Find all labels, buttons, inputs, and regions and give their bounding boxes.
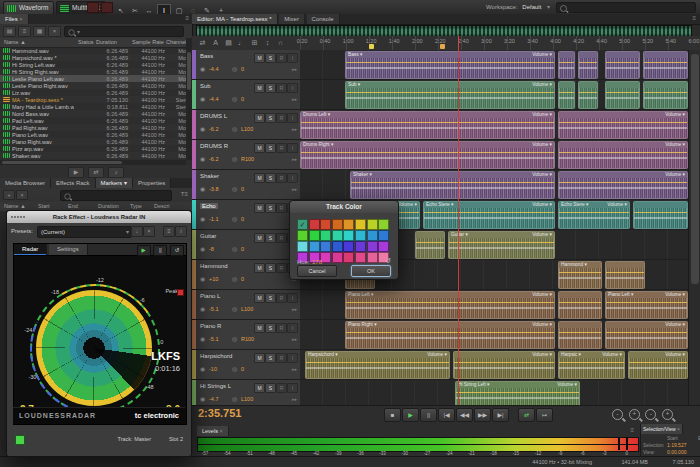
import-file-icon[interactable]: ▤ [3, 26, 16, 37]
arm-button[interactable]: R [276, 143, 287, 153]
tab-settings[interactable]: Settings [49, 244, 88, 255]
workspace-caret-icon[interactable]: ▾ [547, 4, 550, 10]
arm-button[interactable]: R [276, 353, 287, 363]
arm-button[interactable]: R [276, 173, 287, 183]
color-swatch[interactable] [309, 230, 320, 241]
snap-icon[interactable]: ⊞ [248, 37, 261, 48]
pan-value[interactable]: 0 [241, 66, 244, 72]
color-swatch[interactable] [320, 241, 331, 252]
volume-knob[interactable]: ◉ [200, 305, 205, 312]
audio-clip[interactable] [643, 51, 688, 79]
new-file-icon[interactable]: ≡ [18, 26, 31, 37]
volume-knob[interactable]: ◉ [200, 395, 205, 402]
pan-value[interactable]: R100 [241, 336, 254, 342]
delete-marker-icon[interactable]: × [16, 190, 28, 200]
track-name[interactable]: DRUMS R [200, 143, 228, 149]
track-lane[interactable]: Shaker ▾Volume ▾Volume ▾ [300, 170, 688, 200]
track-name[interactable]: Piano L [200, 293, 220, 299]
grid-icon[interactable]: ▤ [222, 37, 235, 48]
mute-button[interactable]: M [254, 383, 265, 393]
track-header-guitar[interactable]: GuitarMSRI◉-8◎0▸▸ [192, 230, 300, 260]
color-swatch[interactable] [332, 230, 343, 241]
volume-value[interactable]: -4.4 [209, 66, 218, 72]
file-row[interactable]: Pad Left.wav6:26.48944100 HzMono [0, 117, 186, 124]
audio-clip[interactable]: Piano Right ▾Volume ▾ [345, 321, 555, 349]
audio-clip[interactable]: Harpsic ▾Volume ▾ [558, 351, 625, 379]
audio-clip[interactable]: Volume ▾ [453, 351, 555, 379]
file-row[interactable]: Piano Right.wav6:26.48944100 HzMono [0, 138, 186, 145]
arm-button[interactable]: R [276, 263, 287, 273]
solo-button[interactable]: S [265, 233, 276, 243]
track-header-sub[interactable]: SubMSRI◉-4.4◎0▸▸ [192, 80, 300, 110]
file-row[interactable]: Hammond.wav6:26.48944100 HzMono [0, 47, 186, 54]
play-preview-icon[interactable]: ▶ [68, 167, 84, 178]
volume-value[interactable]: -5.1 [209, 306, 218, 312]
monitor-icon[interactable]: ∩ [274, 37, 287, 48]
volume-knob[interactable]: ◉ [200, 185, 205, 192]
loudness-radar-window[interactable]: Rack Effect - Loudness Radar IN Presets:… [6, 210, 192, 457]
color-swatch[interactable] [355, 252, 366, 263]
delete-preset-icon[interactable]: × [143, 226, 155, 237]
color-swatch[interactable] [343, 241, 354, 252]
volume-knob[interactable]: ◉ [200, 365, 205, 372]
track-name[interactable]: Sub [200, 83, 211, 89]
color-swatch[interactable] [378, 230, 389, 241]
audio-clip[interactable]: Sub ▾Volume ▾ [345, 81, 555, 109]
mute-button[interactable]: M [254, 263, 265, 273]
solo-button[interactable]: S [265, 293, 276, 303]
mute-button[interactable]: M [254, 83, 265, 93]
audio-clip[interactable]: Volume ▾ [558, 111, 688, 139]
monitor-button[interactable]: I [287, 353, 298, 363]
spectral-frequency-icon[interactable] [87, 2, 99, 13]
monitor-button[interactable]: I [287, 323, 298, 333]
audio-clip[interactable] [605, 51, 640, 79]
color-swatch[interactable] [297, 230, 308, 241]
mute-button[interactable]: M [254, 173, 265, 183]
color-swatch[interactable] [297, 241, 308, 252]
tab-media-browser[interactable]: Media Browser [0, 178, 51, 188]
track-lane[interactable]: Piano Right ▾Volume ▾Volume ▾ [300, 320, 688, 350]
track-lane[interactable]: Harpsichord ▾Volume ▾Volume ▾Harpsic ▾Vo… [300, 350, 688, 380]
audio-clip[interactable]: Guitar ▾Volume ▾ [448, 231, 555, 259]
ok-button[interactable]: OK [351, 265, 391, 277]
monitor-button[interactable]: I [287, 53, 298, 63]
skip-selection-button[interactable]: ↦ [536, 408, 553, 422]
pan-knob[interactable]: ◎ [232, 305, 237, 312]
automation-mode-icon[interactable]: ▸▸ [292, 186, 297, 192]
pan-value[interactable]: 0 [241, 96, 244, 102]
audio-clip[interactable]: Bass ▾Volume ▾ [345, 51, 555, 79]
track-header-piano-l[interactable]: Piano LMSRI◉-5.1◎L100▸▸ [192, 290, 300, 320]
column-status[interactable]: Status [78, 38, 96, 47]
automation-mode-icon[interactable]: ▸▸ [292, 66, 297, 72]
pan-knob[interactable]: ◎ [232, 365, 237, 372]
playhead-head[interactable] [458, 36, 459, 50]
pan-value[interactable]: L100 [241, 396, 253, 402]
go-end-button[interactable]: ▶| [492, 408, 509, 422]
color-swatch[interactable] [367, 219, 378, 230]
pan-knob[interactable]: ◎ [232, 95, 237, 102]
track-name[interactable]: Hi Strings L [200, 383, 231, 389]
file-row[interactable]: Nord Bass.wav6:26.48944100 HzMono [0, 110, 186, 117]
track-name[interactable]: Piano R [200, 323, 221, 329]
color-swatch[interactable] [332, 252, 343, 263]
tab-levels[interactable]: Levels × [197, 426, 229, 436]
panel-menu-icon[interactable]: ≡ [692, 15, 696, 21]
track-lane[interactable]: Hi String Left ▾Volume ▾ [300, 380, 688, 405]
arm-button[interactable]: R [276, 323, 287, 333]
loop-button[interactable]: ⇄ [518, 408, 535, 422]
audio-clip[interactable]: Drums Right ▾Volume ▾ [300, 141, 555, 169]
effect-power-toggle[interactable] [15, 435, 25, 445]
pan-knob[interactable]: ◎ [232, 275, 237, 282]
audio-clip[interactable]: Drums Left ▾Volume ▾ [300, 111, 555, 139]
solo-button[interactable]: S [265, 263, 276, 273]
pan-knob[interactable]: ◎ [232, 245, 237, 252]
color-swatch[interactable] [378, 241, 389, 252]
timeline-ruler[interactable]: 0:200:401:001:201:402:002:202:403:003:20… [300, 36, 688, 51]
auto-play-icon[interactable]: ♪ [108, 167, 124, 178]
panel-menu-icon[interactable]: ≡ [185, 15, 189, 21]
arm-button[interactable]: R [276, 203, 287, 213]
selection-start-value[interactable]: 1:19.527 [667, 442, 686, 448]
trash-icon[interactable]: × [48, 26, 61, 37]
automation-mode-icon[interactable]: ▸▸ [292, 156, 297, 162]
volume-value[interactable]: -8 [209, 246, 214, 252]
